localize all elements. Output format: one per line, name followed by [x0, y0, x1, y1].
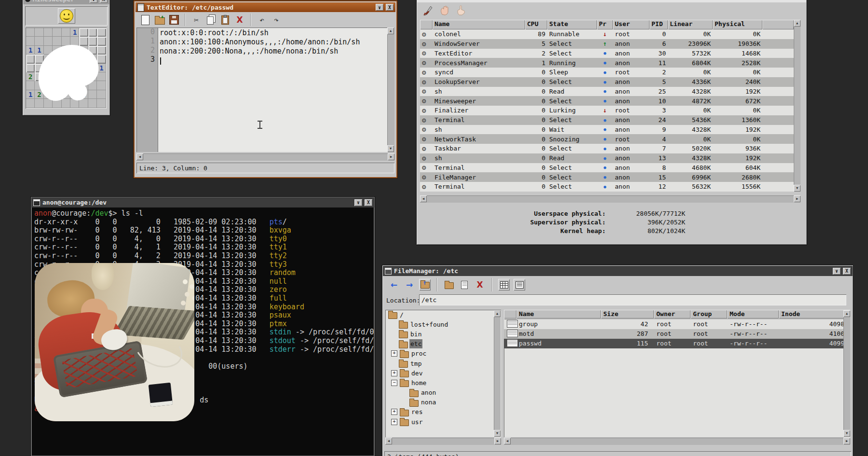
scroll-up-arrow[interactable]: ▲ — [843, 310, 850, 317]
expand-toggle[interactable]: + — [391, 370, 397, 376]
tree-item-dev[interactable]: +dev — [385, 368, 501, 378]
hand-grab-icon[interactable] — [439, 5, 450, 16]
tree-item-nona[interactable]: nona — [385, 398, 501, 407]
process-row[interactable]: ⚙Finalizer0Lurking↓root30K0K — [420, 106, 794, 115]
scroll-right-arrow[interactable]: ▶ — [794, 195, 800, 202]
delete-button[interactable]: X — [474, 279, 486, 290]
mine-cell-unrevealed[interactable] — [97, 28, 106, 37]
file-list-header[interactable]: NameSizeOwnerGroupModeInode — [504, 310, 850, 319]
editor-vscrollbar[interactable]: ▲ ▼ — [387, 28, 394, 152]
tree-vscrollbar[interactable]: ▲ ▼ — [494, 310, 501, 437]
close-button[interactable]: X — [365, 199, 372, 206]
scroll-down-arrow[interactable]: ▼ — [843, 430, 850, 437]
close-button[interactable]: X — [386, 4, 393, 11]
paste-button[interactable] — [219, 14, 231, 26]
column-header-Mode[interactable]: Mode — [727, 310, 779, 318]
process-row[interactable]: ⚙sh0Wait●anon94328K192K — [420, 125, 794, 135]
mine-cell-unrevealed[interactable] — [88, 28, 97, 37]
redo-button[interactable]: ↷ — [271, 14, 282, 26]
tree-item-home[interactable]: −home — [385, 378, 501, 387]
scroll-right-arrow[interactable]: ▶ — [388, 153, 394, 160]
tree-item-bin[interactable]: bin — [385, 329, 501, 339]
process-row[interactable]: ⚙ProcessManager1Running●anon116804K2528K — [420, 58, 794, 68]
mine-cell[interactable] — [26, 99, 35, 108]
column-header-Physical[interactable]: Physical — [713, 20, 762, 29]
process-row[interactable]: ⚙Terminal0Select●anon84680K604K — [420, 163, 794, 173]
filemanager-titlebar[interactable]: FileManager: /etc ∨ X — [383, 266, 853, 276]
back-button[interactable]: ← — [388, 279, 400, 290]
process-vscrollbar[interactable]: ▲ ▼ — [794, 20, 800, 192]
column-header-State[interactable]: State — [547, 20, 597, 29]
process-row[interactable]: ⚙LookupServer0Select●anon54336K240K — [420, 77, 794, 87]
terminal-titlebar[interactable]: anon@courage:/dev ∨ X — [31, 197, 374, 207]
forward-button[interactable]: → — [404, 279, 415, 290]
tree-item-proc[interactable]: +proc — [385, 349, 501, 359]
smiley-button[interactable] — [58, 8, 75, 24]
mine-cell-unrevealed[interactable] — [26, 55, 35, 63]
tree-item-lostfound[interactable]: lost+found — [385, 319, 501, 329]
file-row-passwd[interactable]: passwd115rootroot-rw-r--r--4099 — [504, 339, 850, 348]
scroll-left-arrow[interactable]: ◀ — [504, 438, 511, 444]
undo-button[interactable]: ↶ — [256, 14, 268, 26]
file-row-group[interactable]: group42rootroot-rw-r--r--4098 — [504, 319, 850, 329]
mine-cell[interactable] — [26, 37, 35, 45]
column-header-User[interactable]: User — [613, 20, 650, 29]
minimize-button[interactable]: ∨ — [376, 4, 383, 11]
column-header-PID[interactable]: PID — [650, 20, 668, 29]
delete-button[interactable]: X — [234, 14, 245, 26]
files-vscrollbar[interactable]: ▲ ▼ — [843, 310, 850, 437]
column-header-Inode[interactable]: Inode — [779, 310, 850, 318]
process-row[interactable]: ⚙TextEditor2Select●anon305732K1468K — [420, 49, 794, 58]
process-row[interactable]: ⚙sh0Read●anon254328K192K — [420, 87, 794, 97]
tree-item-usr[interactable]: +usr — [385, 417, 501, 427]
process-table-header[interactable]: NameCPUStatePrUserPIDLinearPhysical — [420, 20, 794, 29]
scroll-up-arrow[interactable]: ▲ — [494, 310, 501, 317]
close-button[interactable]: X — [843, 268, 851, 275]
process-row[interactable]: ⚙Terminal0Select●anon125632K1556K — [420, 182, 794, 192]
mine-cell[interactable] — [62, 28, 70, 37]
scroll-down-arrow[interactable]: ▼ — [794, 185, 800, 192]
process-row[interactable]: ⚙WindowServer5Select↑anon623096K19036K — [420, 39, 794, 49]
tree-item-etc[interactable]: etc — [385, 339, 501, 349]
tree-item-res[interactable]: +res — [385, 407, 501, 417]
copy-button[interactable] — [459, 279, 470, 290]
column-header-CPU[interactable]: CPU — [525, 20, 547, 29]
process-row[interactable]: ⚙syncd0Sleep●root20K0K — [420, 68, 794, 77]
file-row-motd[interactable]: motd287rootroot-rw-r--r--4100 — [504, 329, 850, 339]
up-directory-button[interactable] — [419, 279, 431, 290]
editor-textarea[interactable]: root:x:0:0:root:/:/bin/sh anon:x:100:100… — [158, 28, 387, 152]
scroll-right-arrow[interactable]: ▶ — [494, 438, 501, 444]
process-row[interactable]: ⚙colonel89Runnable↓root00K0K — [420, 29, 794, 39]
scroll-left-arrow[interactable]: ◀ — [420, 195, 427, 202]
column-header-Group[interactable]: Group — [691, 310, 727, 318]
scroll-up-arrow[interactable]: ▲ — [387, 28, 394, 34]
scroll-down-arrow[interactable]: ▼ — [387, 145, 394, 152]
scroll-left-arrow[interactable]: ◀ — [136, 153, 143, 160]
new-folder-button[interactable] — [443, 279, 455, 290]
files-hscrollbar[interactable]: ◀ ▶ — [504, 438, 850, 445]
process-row[interactable]: ⚙sh0Read●anon134328K192K — [420, 153, 794, 163]
list-view-button[interactable] — [514, 279, 525, 290]
mine-cell[interactable] — [26, 81, 35, 90]
location-input[interactable]: /etc — [419, 294, 846, 305]
process-hscrollbar[interactable]: ◀ ▶ — [420, 195, 800, 203]
open-file-button[interactable] — [154, 14, 165, 26]
cut-button[interactable]: ✂ — [190, 14, 202, 26]
copy-button[interactable] — [205, 14, 217, 26]
scroll-down-arrow[interactable]: ▼ — [494, 430, 501, 437]
hand-point-icon[interactable] — [455, 5, 467, 16]
mine-cell[interactable] — [53, 28, 61, 37]
mine-cell-unrevealed[interactable] — [26, 64, 35, 72]
tree-item-tmp[interactable]: tmp — [385, 359, 501, 368]
dagger-icon[interactable] — [422, 5, 434, 16]
column-header-blank[interactable] — [762, 20, 794, 29]
scroll-right-arrow[interactable]: ▶ — [843, 438, 850, 444]
mine-cell[interactable] — [26, 28, 35, 37]
process-row[interactable]: ⚙NetworkTask0Snoozing●root40K0K — [420, 134, 794, 144]
new-file-button[interactable] — [139, 14, 151, 26]
scroll-left-arrow[interactable]: ◀ — [385, 438, 392, 444]
column-header-blank[interactable] — [420, 20, 433, 29]
tree-item-[interactable]: / — [385, 310, 501, 319]
column-header-Pr[interactable]: Pr — [597, 20, 613, 29]
process-row[interactable]: ⚙Minesweeper0Select●anon104872K672K — [420, 96, 794, 106]
